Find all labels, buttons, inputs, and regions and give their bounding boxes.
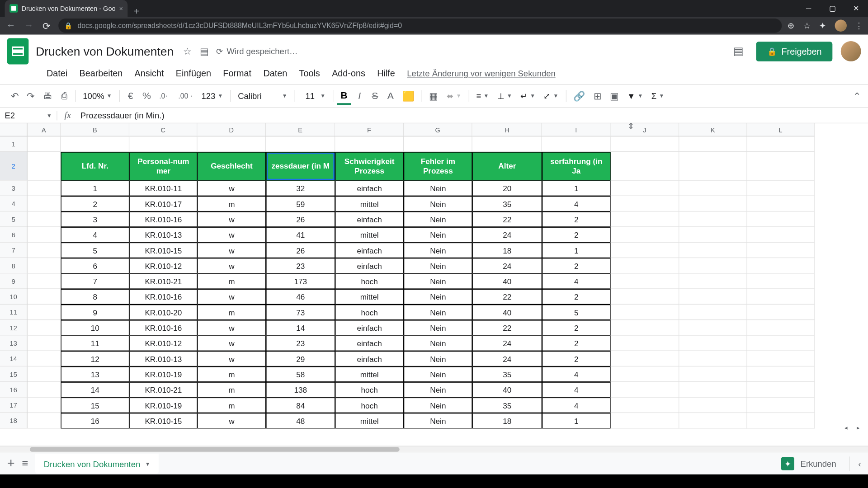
row-header-16[interactable]: 16 — [0, 382, 28, 397]
cell-B4[interactable]: 2 — [61, 196, 130, 211]
cell-E9[interactable]: 173 — [266, 273, 335, 289]
cell-H16[interactable]: 40 — [472, 382, 542, 397]
cell-B16[interactable]: 14 — [61, 382, 130, 397]
cell-E4[interactable]: 59 — [266, 196, 335, 211]
forward-button[interactable]: → — [23, 20, 34, 31]
column-header-L[interactable]: L — [747, 123, 815, 136]
cell-L14[interactable] — [747, 351, 815, 366]
menu-tools[interactable]: Tools — [294, 66, 325, 80]
cell-G11[interactable]: Nein — [404, 305, 472, 320]
cell-F18[interactable]: mittel — [335, 413, 404, 428]
menu-add-ons[interactable]: Add-ons — [327, 66, 370, 80]
cell-C5[interactable]: KR.010-16 — [129, 211, 197, 227]
cell-D5[interactable]: w — [198, 211, 266, 227]
cell-I3[interactable]: 1 — [542, 181, 611, 196]
cell-D18[interactable]: w — [198, 413, 266, 428]
cell-E2[interactable]: zessdauer (in M — [266, 152, 335, 180]
new-tab-button[interactable]: + — [128, 6, 146, 17]
column-header-C[interactable]: C — [129, 123, 197, 136]
cell-H18[interactable]: 18 — [472, 413, 542, 428]
bookmark-icon[interactable]: ☆ — [803, 21, 811, 30]
insert-comment-button[interactable]: ⊞ — [590, 88, 605, 104]
cell-L9[interactable] — [747, 273, 815, 289]
cell-C16[interactable]: KR.010-21 — [129, 382, 197, 397]
cell-H17[interactable]: 35 — [472, 398, 542, 413]
cell-L12[interactable] — [747, 320, 815, 335]
cell-D7[interactable]: w — [198, 243, 266, 258]
cell-L2[interactable] — [747, 152, 815, 180]
document-title[interactable]: Drucken von Dokumenten — [33, 43, 176, 60]
cell-H14[interactable]: 24 — [472, 351, 542, 366]
column-header-E[interactable]: E — [266, 123, 335, 136]
row-header-5[interactable]: 5 — [0, 211, 28, 227]
explore-button[interactable]: ✦ Erkunden — [781, 457, 836, 470]
cell-A1[interactable] — [28, 136, 61, 152]
cell-L13[interactable] — [747, 336, 815, 351]
cell-E12[interactable]: 14 — [266, 320, 335, 335]
text-color-button[interactable]: A — [383, 88, 398, 103]
cell-I14[interactable]: 2 — [542, 351, 611, 366]
cell-E7[interactable]: 26 — [266, 243, 335, 258]
column-header-B[interactable]: B — [61, 123, 130, 136]
cell-I18[interactable]: 1 — [542, 413, 611, 428]
zoom-select[interactable]: 100%▼ — [79, 90, 115, 102]
text-rotation-button[interactable]: ⤢▼ — [540, 90, 562, 102]
sheet-tab[interactable]: Drucken von Dokumenten ▼ — [35, 453, 159, 474]
cell-B15[interactable]: 13 — [61, 366, 130, 382]
cell-F5[interactable]: einfach — [335, 211, 404, 227]
column-header-I[interactable]: I — [542, 123, 611, 136]
column-header-J[interactable]: J — [611, 123, 679, 136]
cell-J1[interactable] — [611, 136, 679, 152]
print-button[interactable]: 🖶 — [39, 88, 56, 103]
reload-button[interactable]: ⟳ — [41, 20, 52, 31]
cell-H2[interactable]: Alter — [472, 152, 542, 180]
sheets-logo[interactable] — [7, 38, 28, 64]
redo-button[interactable]: ↷ — [23, 88, 38, 104]
number-format-select[interactable]: 123▼ — [198, 90, 226, 102]
cell-C6[interactable]: KR.010-13 — [129, 227, 197, 243]
insert-link-button[interactable]: 🔗 — [570, 88, 589, 104]
cell-I13[interactable]: 2 — [542, 336, 611, 351]
increase-decimal-button[interactable]: .00→ — [175, 89, 196, 103]
cell-B10[interactable]: 8 — [61, 289, 130, 305]
cell-G5[interactable]: Nein — [404, 211, 472, 227]
cell-J14[interactable] — [611, 351, 679, 366]
cell-B2[interactable]: Lfd. Nr. — [61, 152, 130, 180]
cell-G1[interactable] — [404, 136, 472, 152]
cell-J13[interactable] — [611, 336, 679, 351]
cell-K15[interactable] — [679, 366, 747, 382]
cell-E3[interactable]: 32 — [266, 181, 335, 196]
cell-C12[interactable]: KR.010-16 — [129, 320, 197, 335]
cell-I4[interactable]: 4 — [542, 196, 611, 211]
cell-I8[interactable]: 2 — [542, 258, 611, 273]
cell-G13[interactable]: Nein — [404, 336, 472, 351]
cell-B12[interactable]: 10 — [61, 320, 130, 335]
cell-K2[interactable] — [679, 152, 747, 180]
cell-E17[interactable]: 84 — [266, 398, 335, 413]
vertical-align-button[interactable]: ⊥▼ — [494, 90, 516, 102]
row-header-10[interactable]: 10 — [0, 289, 28, 305]
cell-J8[interactable] — [611, 258, 679, 273]
cell-J11[interactable] — [611, 305, 679, 320]
back-button[interactable]: ← — [5, 20, 17, 31]
cell-G4[interactable]: Nein — [404, 196, 472, 211]
cell-E8[interactable]: 23 — [266, 258, 335, 273]
menu-einfügen[interactable]: Einfügen — [171, 66, 216, 80]
merge-cells-button[interactable]: ⬌▼ — [443, 90, 465, 102]
cell-A4[interactable] — [28, 196, 61, 211]
cell-C9[interactable]: KR.010-21 — [129, 273, 197, 289]
cell-K9[interactable] — [679, 273, 747, 289]
cell-C11[interactable]: KR.010-20 — [129, 305, 197, 320]
undo-button[interactable]: ↶ — [7, 88, 22, 104]
cell-A5[interactable] — [28, 211, 61, 227]
paint-format-button[interactable]: ⎙ — [57, 88, 72, 103]
add-sheet-button[interactable]: + — [7, 455, 15, 471]
cell-E10[interactable]: 46 — [266, 289, 335, 305]
cell-I2[interactable]: serfahrung (in Ja — [542, 152, 611, 180]
cell-K1[interactable] — [679, 136, 747, 152]
cell-I5[interactable]: 2 — [542, 211, 611, 227]
cell-H15[interactable]: 35 — [472, 366, 542, 382]
cell-A12[interactable] — [28, 320, 61, 335]
row-header-13[interactable]: 13 — [0, 336, 28, 351]
cell-H11[interactable]: 40 — [472, 305, 542, 320]
